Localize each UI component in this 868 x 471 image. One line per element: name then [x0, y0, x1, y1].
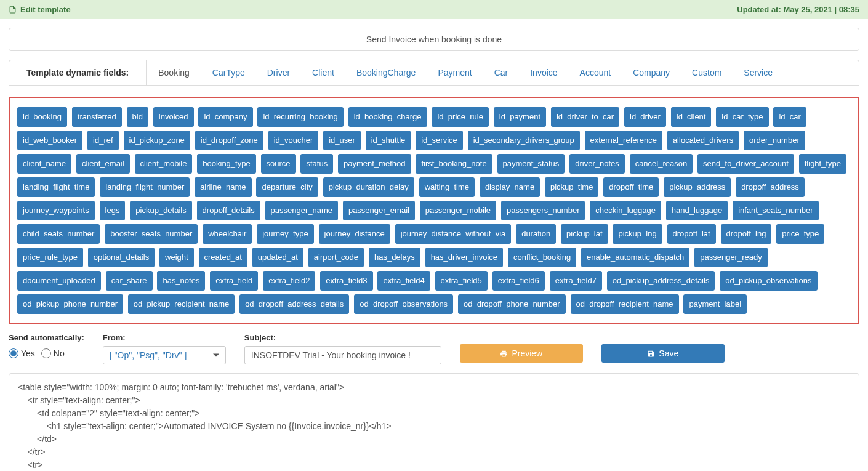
- field-tag[interactable]: passengers_number: [501, 201, 585, 220]
- radio-yes-label[interactable]: Yes: [9, 348, 35, 358]
- field-tag[interactable]: driver_notes: [569, 154, 625, 174]
- field-tag[interactable]: passenger_email: [343, 201, 415, 220]
- field-tag[interactable]: dropoff_lat: [667, 224, 716, 244]
- field-tag[interactable]: landing_flight_time: [17, 177, 95, 197]
- tab-car[interactable]: Car: [483, 60, 520, 85]
- field-tag[interactable]: od_pickup_address_details: [607, 271, 715, 291]
- field-tag[interactable]: passenger_mobile: [420, 201, 496, 220]
- field-tag[interactable]: created_at: [199, 248, 247, 267]
- field-tag[interactable]: client_name: [17, 154, 71, 174]
- field-tag[interactable]: bid: [127, 107, 148, 127]
- field-tag[interactable]: id_company: [198, 107, 252, 127]
- field-tag[interactable]: optional_details: [88, 248, 155, 267]
- field-tag[interactable]: id_shuttle: [366, 131, 411, 150]
- from-select[interactable]: [ "Op", "Psg", "Drv" ]: [103, 346, 226, 364]
- field-tag[interactable]: first_booking_note: [416, 154, 492, 174]
- field-tag[interactable]: has_notes: [157, 271, 205, 291]
- field-tag[interactable]: pickup_address: [664, 177, 731, 197]
- field-tag[interactable]: price_type: [776, 224, 824, 244]
- field-tag[interactable]: id_web_booker: [17, 131, 82, 150]
- field-tag[interactable]: od_pickup_recipient_name: [128, 294, 235, 314]
- field-tag[interactable]: weight: [159, 248, 194, 267]
- field-tag[interactable]: car_share: [106, 271, 153, 291]
- tab-service[interactable]: Service: [733, 60, 784, 85]
- field-tag[interactable]: extra_field: [210, 271, 258, 291]
- radio-no-label[interactable]: No: [41, 348, 65, 358]
- field-tag[interactable]: id_secondary_drivers_group: [468, 131, 580, 150]
- field-tag[interactable]: wheelchair: [203, 224, 252, 244]
- field-tag[interactable]: id_booking: [17, 107, 67, 127]
- field-tag[interactable]: dropoff_lng: [721, 224, 772, 244]
- field-tag[interactable]: dropoff_time: [603, 177, 659, 197]
- field-tag[interactable]: airport_code: [308, 248, 364, 267]
- field-tag[interactable]: airline_name: [195, 177, 251, 197]
- field-tag[interactable]: passenger_ready: [694, 248, 767, 267]
- field-tag[interactable]: flight_type: [799, 154, 846, 174]
- field-tag[interactable]: send_to_driver_account: [697, 154, 794, 174]
- field-tag[interactable]: document_uploaded: [17, 271, 101, 291]
- field-tag[interactable]: waiting_time: [419, 177, 475, 197]
- tab-client[interactable]: Client: [301, 60, 345, 85]
- field-tag[interactable]: od_dropoff_observations: [354, 294, 453, 314]
- field-tag[interactable]: extra_field7: [550, 271, 602, 291]
- field-tag[interactable]: landing_flight_number: [100, 177, 190, 197]
- field-tag[interactable]: id_payment: [494, 107, 546, 127]
- field-tag[interactable]: source: [261, 154, 296, 174]
- field-tag[interactable]: cancel_reason: [630, 154, 693, 174]
- field-tag[interactable]: price_rule_type: [17, 248, 83, 267]
- field-tag[interactable]: pickup_lat: [561, 224, 608, 244]
- radio-yes[interactable]: [9, 348, 18, 358]
- field-tag[interactable]: id_price_rule: [432, 107, 488, 127]
- field-tag[interactable]: client_email: [76, 154, 130, 174]
- tab-driver[interactable]: Driver: [256, 60, 301, 85]
- field-tag[interactable]: invoiced: [153, 107, 194, 127]
- field-tag[interactable]: journey_distance_without_via: [395, 224, 512, 244]
- field-tag[interactable]: id_pickup_zone: [124, 131, 190, 150]
- template-code-editor[interactable]: <table style="width: 100%; margin: 0 aut…: [9, 373, 859, 471]
- field-tag[interactable]: id_car: [773, 107, 806, 127]
- field-tag[interactable]: client_mobile: [135, 154, 193, 174]
- field-tag[interactable]: id_recurring_booking: [257, 107, 343, 127]
- field-tag[interactable]: duration: [516, 224, 556, 244]
- field-tag[interactable]: id_service: [416, 131, 463, 150]
- field-tag[interactable]: payment_status: [497, 154, 565, 174]
- field-tag[interactable]: extra_field2: [263, 271, 315, 291]
- field-tag[interactable]: extra_field4: [377, 271, 430, 291]
- field-tag[interactable]: id_ref: [87, 131, 119, 150]
- field-tag[interactable]: id_booking_charge: [348, 107, 427, 127]
- field-tag[interactable]: checkin_luggage: [590, 201, 661, 220]
- field-tag[interactable]: updated_at: [252, 248, 303, 267]
- field-tag[interactable]: payment_method: [338, 154, 411, 174]
- field-tag[interactable]: pickup_lng: [613, 224, 662, 244]
- preview-button[interactable]: Preview: [460, 344, 583, 363]
- field-tag[interactable]: passenger_name: [265, 201, 338, 220]
- field-tag[interactable]: has_delays: [369, 248, 420, 267]
- field-tag[interactable]: display_name: [480, 177, 540, 197]
- tab-bookingcharge[interactable]: BookingCharge: [345, 60, 427, 85]
- field-tag[interactable]: id_dropoff_zone: [195, 131, 263, 150]
- field-tag[interactable]: pickup_time: [545, 177, 598, 197]
- field-tag[interactable]: extra_field6: [492, 271, 545, 291]
- field-tag[interactable]: dropoff_details: [197, 201, 260, 220]
- tab-invoice[interactable]: Invoice: [519, 60, 568, 85]
- field-tag[interactable]: pickup_duration_delay: [323, 177, 414, 197]
- subject-input[interactable]: [244, 346, 441, 364]
- tab-company[interactable]: Company: [622, 60, 681, 85]
- tab-payment[interactable]: Payment: [427, 60, 483, 85]
- field-tag[interactable]: od_dropoff_address_details: [239, 294, 349, 314]
- field-tag[interactable]: dropoff_address: [736, 177, 805, 197]
- radio-no[interactable]: [41, 348, 51, 358]
- field-tag[interactable]: booster_seats_number: [105, 224, 198, 244]
- field-tag[interactable]: id_user: [323, 131, 361, 150]
- field-tag[interactable]: external_reference: [585, 131, 662, 150]
- field-tag[interactable]: id_driver: [624, 107, 666, 127]
- field-tag[interactable]: transferred: [72, 107, 122, 127]
- tab-account[interactable]: Account: [569, 60, 622, 85]
- field-tag[interactable]: id_car_type: [716, 107, 768, 127]
- field-tag[interactable]: infant_seats_number: [733, 201, 818, 220]
- field-tag[interactable]: od_dropoff_phone_number: [458, 294, 566, 314]
- save-button[interactable]: Save: [601, 344, 725, 363]
- field-tag[interactable]: order_number: [744, 131, 805, 150]
- field-tag[interactable]: hand_luggage: [666, 201, 728, 220]
- field-tag[interactable]: enable_automatic_dispatch: [581, 248, 689, 267]
